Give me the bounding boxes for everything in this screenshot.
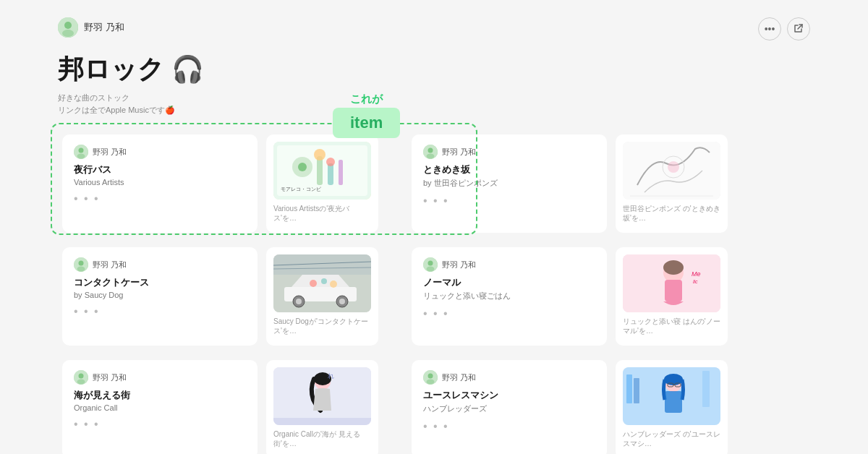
- list-item: 野羽 乃和 ときめき坂 by 世田谷ピンポンズ • • •: [412, 134, 607, 233]
- card-title: ユースレスマシン: [423, 389, 595, 402]
- card-subtitle: by 世田谷ピンポンズ: [423, 178, 595, 189]
- svg-text:モアレコ・コンピ: モアレコ・コンピ: [281, 187, 321, 192]
- page-description: 好きな曲のストック リンクは全でApple Musicです🍎: [58, 92, 810, 116]
- svg-point-13: [326, 158, 335, 166]
- card-avatar: [74, 370, 88, 385]
- svg-point-1: [64, 22, 72, 29]
- svg-point-32: [339, 299, 345, 304]
- list-item: 野羽 乃和 夜行バス Various Artists • • •: [62, 134, 258, 233]
- highlight-badge: item: [333, 108, 400, 138]
- card-username: 野羽 乃和: [93, 147, 127, 158]
- card-menu-dots[interactable]: • • •: [423, 194, 595, 207]
- svg-point-45: [663, 260, 684, 275]
- highlight-label: これが: [333, 93, 400, 106]
- card-user-row: 野羽 乃和: [423, 370, 595, 385]
- list-item: モアレコ・コンピ Various Artistsの'夜光バス'を…: [266, 134, 378, 233]
- svg-point-17: [428, 148, 433, 153]
- svg-rect-68: [702, 371, 710, 407]
- svg-text:lic: lic: [693, 279, 698, 284]
- card-avatar: [423, 370, 438, 385]
- card-description: 世田谷ピンポンズ の'ときめき坂'を…: [623, 204, 720, 223]
- svg-point-49: [79, 374, 84, 379]
- row-1: 野羽 乃和 夜行バス Various Artists • • •: [58, 130, 810, 237]
- svg-rect-44: [665, 280, 682, 301]
- main-container: ••• 野羽 乃和 邦ロック 🎧 好きな曲のストック リンクは全でA: [0, 0, 868, 454]
- list-item: 野羽 乃和 コンタクトケース by Saucy Dog • • •: [62, 247, 258, 346]
- card-username: 野羽 乃和: [442, 147, 476, 158]
- card-title: 夜行バス: [74, 163, 246, 176]
- card-image: モアレコ・コンピ: [273, 142, 371, 200]
- card-title: 海が見える街: [74, 389, 246, 402]
- avatar: [58, 17, 78, 38]
- card-username: 野羽 乃和: [442, 260, 476, 270]
- card-avatar: [74, 257, 88, 272]
- item-highlight: これが item: [333, 93, 400, 138]
- card-user-row: 野羽 乃和: [74, 370, 246, 385]
- card-avatar: [74, 145, 88, 159]
- content-area: これが item 野羽 乃和 夜行バス: [58, 130, 810, 454]
- card-description: Various Artistsの'夜光バス'を…: [273, 204, 371, 223]
- list-item: れ Organic Callの'海が 見える街'を…: [266, 360, 378, 454]
- card-description: Organic Callの'海が 見える街'を…: [273, 429, 371, 448]
- svg-point-40: [428, 261, 433, 266]
- svg-point-24: [79, 261, 84, 266]
- card-image: [623, 142, 720, 200]
- list-item: 野羽 乃和 ノーマル リュックと添い寝ごはん • • •: [412, 247, 607, 346]
- card-description: リュックと添い寝 はんの'ノーマル'を…: [623, 317, 720, 335]
- row-2: 野羽 乃和 コンタクトケース by Saucy Dog • • •: [58, 243, 810, 350]
- card-image: [273, 254, 371, 312]
- card-description: ハンブレッダーズ の'ユースレスマシ…: [623, 429, 720, 448]
- card-user-row: 野羽 乃和: [423, 145, 595, 159]
- svg-point-58: [427, 380, 435, 385]
- svg-point-11: [314, 149, 326, 160]
- svg-rect-12: [328, 163, 333, 185]
- svg-point-18: [427, 154, 435, 159]
- more-icon: •••: [765, 23, 775, 35]
- card-menu-dots[interactable]: • • •: [74, 418, 246, 431]
- card-user-row: 野羽 乃和: [74, 145, 246, 159]
- card-image: れ: [273, 367, 371, 425]
- header-username: 野羽 乃和: [84, 21, 124, 34]
- page-title: 邦ロック 🎧: [58, 52, 810, 87]
- share-button[interactable]: [787, 17, 810, 40]
- card-username: 野羽 乃和: [93, 260, 127, 270]
- card-avatar: [423, 145, 438, 159]
- share-icon: [793, 23, 804, 35]
- card-subtitle: リュックと添い寝ごはん: [423, 291, 595, 301]
- card-menu-dots[interactable]: • • •: [423, 307, 595, 320]
- list-item: ハンブレッダーズ の'ユースレスマシ…: [616, 360, 728, 454]
- card-title: コンタクトケース: [74, 276, 246, 289]
- card-menu-dots[interactable]: • • •: [74, 192, 246, 205]
- more-button[interactable]: •••: [758, 17, 781, 40]
- card-image: Me lic: [623, 254, 720, 312]
- svg-point-34: [321, 278, 327, 284]
- card-menu-dots[interactable]: • • •: [74, 305, 246, 318]
- list-item: Me lic リュックと添い寝 はんの'ノーマル'を…: [616, 247, 728, 346]
- card-subtitle: ハンブレッダーズ: [423, 403, 595, 414]
- svg-point-25: [77, 267, 85, 272]
- list-item: Saucy Dogが'コンタクトケース'を…: [266, 247, 378, 346]
- card-subtitle: Various Artists: [74, 178, 246, 187]
- svg-rect-65: [665, 391, 682, 413]
- svg-point-4: [79, 148, 84, 153]
- svg-point-2: [62, 30, 74, 37]
- card-menu-dots[interactable]: • • •: [423, 420, 595, 433]
- svg-rect-67: [634, 378, 639, 403]
- card-avatar: [423, 257, 438, 272]
- svg-rect-14: [339, 160, 343, 185]
- list-item: 世田谷ピンポンズ の'ときめき坂'を…: [616, 134, 728, 233]
- svg-point-41: [427, 267, 435, 272]
- card-image: [623, 367, 720, 425]
- top-actions: •••: [758, 17, 810, 40]
- svg-text:Me: Me: [692, 270, 701, 278]
- svg-point-35: [330, 280, 337, 288]
- svg-point-30: [296, 299, 302, 304]
- card-user-row: 野羽 乃和: [74, 257, 246, 272]
- card-description: Saucy Dogが'コンタクトケース'を…: [273, 317, 371, 335]
- list-item: 野羽 乃和 海が見える街 Organic Call • • •: [62, 360, 258, 454]
- svg-text:れ: れ: [328, 372, 334, 380]
- row-3: 野羽 乃和 海が見える街 Organic Call • • •: [58, 356, 810, 454]
- list-item: 野羽 乃和 ユースレスマシン ハンブレッダーズ • • •: [412, 360, 607, 454]
- svg-rect-55: [273, 418, 371, 425]
- card-username: 野羽 乃和: [442, 372, 476, 383]
